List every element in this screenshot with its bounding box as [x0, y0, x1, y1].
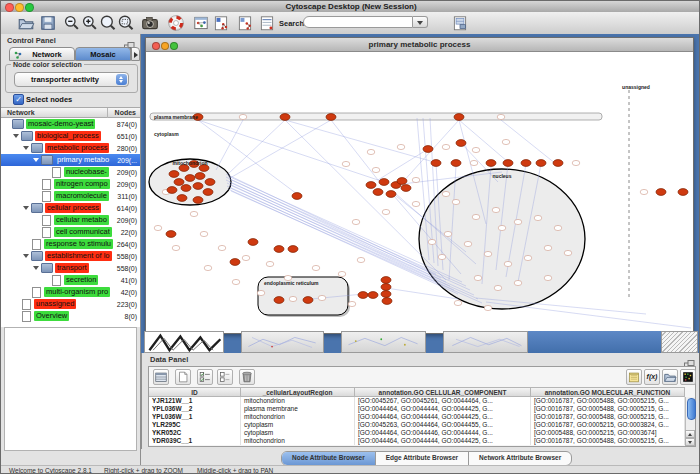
network-canvas[interactable]: plasma membranecytoplasmmitochondrionnuc… [146, 52, 693, 333]
expand-triangle-icon[interactable] [23, 254, 29, 258]
tab-mosaic[interactable]: Mosaic [75, 47, 131, 61]
scroll-down-icon[interactable] [685, 438, 695, 446]
column-header[interactable]: ID [149, 387, 241, 397]
open-folder-icon[interactable] [662, 369, 678, 385]
tab-network[interactable]: Network [9, 47, 75, 61]
import-table-icon[interactable] [258, 14, 276, 32]
snapshot-icon[interactable] [141, 14, 159, 32]
network-window-titlebar[interactable]: primary metabolic process [146, 38, 693, 52]
tree-row[interactable]: cell communicat22(0) [1, 226, 140, 238]
float-panel-icon[interactable] [124, 37, 135, 46]
endoplasmic-reticulum-label: endoplasmic reticulum [264, 280, 319, 286]
node-color-dropdown[interactable]: transporter activity [14, 72, 129, 87]
background-window-4[interactable] [443, 331, 528, 353]
tree-row[interactable]: nitrogen compo209(0) [1, 178, 140, 190]
zoom-selected-icon[interactable] [117, 14, 135, 32]
tree-item-label: transport [55, 263, 89, 273]
notepad-icon[interactable] [626, 369, 642, 385]
tree-row[interactable]: unassigned223(0) [1, 298, 140, 310]
matrix-icon[interactable] [680, 369, 696, 385]
table-cell: plasma membrane [241, 405, 355, 413]
attribute-list-icon[interactable] [217, 369, 233, 385]
tree-item-count: 209(0) [117, 181, 137, 188]
background-window-3[interactable] [341, 331, 426, 353]
import-network-icon[interactable] [212, 14, 230, 32]
tree-row[interactable]: multi-organism pro42(0) [1, 286, 140, 298]
network-window[interactable]: primary metabolic process plasma membran… [145, 37, 694, 334]
scrollbar-thumb[interactable] [687, 398, 696, 420]
open-icon[interactable] [17, 14, 35, 32]
gene-node-outline [514, 219, 522, 224]
tree-row[interactable]: secretion41(0) [1, 274, 140, 286]
tree-row[interactable]: establishment of lo558(0) [1, 250, 140, 262]
formula-icon[interactable]: f(x) [644, 369, 660, 385]
column-header[interactable]: _cellularLayoutRegion [241, 387, 355, 397]
delete-attribute-icon[interactable] [239, 369, 255, 385]
network-tab-icon [14, 51, 22, 59]
tree-row[interactable]: mosaic-demo-yeast874(0) [1, 118, 140, 130]
select-nodes-checkbox[interactable]: ✓ [13, 94, 24, 105]
table-row[interactable]: YDR039C__1mitochondrion[GO:0044464, GO:0… [149, 437, 685, 445]
table-cell: [GO:0016787, GO:0005215, GO:0003824, G..… [531, 421, 685, 429]
zoom-fit-icon[interactable] [99, 14, 117, 32]
resize-grip[interactable] [661, 331, 698, 353]
tree-row[interactable]: nucleobase-209(0) [1, 166, 140, 178]
tree-row[interactable]: Overview8(0) [1, 310, 140, 322]
table-row[interactable]: YLR295Ccytoplasm[GO:0045263, GO:0044464,… [149, 421, 685, 429]
expand-triangle-icon[interactable] [23, 206, 29, 210]
tree-row[interactable]: metabolic process280(0) [1, 142, 140, 154]
tab-edge-attribute-browser[interactable]: Edge Attribute Browser [376, 452, 469, 465]
table-row[interactable]: YKR052Ccytoplasm[GO:0044464, GO:0044446,… [149, 429, 685, 437]
tree-item-count: 209(... [117, 157, 137, 164]
tree-row[interactable]: cellular process614(0) [1, 202, 140, 214]
gene-node-selected [373, 189, 383, 196]
create-attribute-icon[interactable] [175, 369, 191, 385]
background-window-2[interactable] [241, 331, 324, 353]
zoom-in-icon[interactable] [81, 14, 99, 32]
table-row[interactable]: YPL036W__1mitochondrion[GO:0044464, GO:0… [149, 413, 685, 421]
search-dropdown-icon[interactable] [413, 16, 428, 28]
table-row[interactable]: YJR121W__1mitochondrion[GO:0045267, GO:0… [149, 397, 685, 405]
tree-row[interactable]: biological_process651(0) [1, 130, 140, 142]
table-cell: [GO:0044464, GO:0044444, GO:0044425, G..… [355, 413, 531, 421]
save-icon[interactable] [39, 14, 57, 32]
tree-row[interactable]: transport558(0) [1, 262, 140, 274]
folder-icon [12, 119, 24, 129]
tree-item-label: biological_process [35, 131, 101, 141]
import-attributes-icon[interactable] [236, 14, 254, 32]
tree-row[interactable]: response to stimulu264(0) [1, 238, 140, 250]
tree-row[interactable]: macromolecule311(0) [1, 190, 140, 202]
select-attributes-icon[interactable] [153, 369, 169, 385]
search-input[interactable] [303, 16, 413, 28]
expand-triangle-icon[interactable] [13, 134, 19, 138]
tab-node-attribute-browser[interactable]: Node Attribute Browser [282, 452, 376, 465]
gene-node-selected [521, 160, 531, 167]
gene-node-outline [357, 257, 365, 262]
background-window-1[interactable] [144, 331, 224, 353]
help-icon[interactable] [167, 14, 185, 32]
expand-triangle-icon[interactable] [33, 266, 39, 270]
plasma-membrane-label: plasma membrane [154, 114, 198, 120]
vizmapper-icon[interactable] [192, 14, 210, 32]
tab-overflow-button[interactable] [131, 47, 140, 61]
tree-item-count: 280(0) [117, 145, 137, 152]
column-header[interactable]: annotation.GO MOLECULAR_FUNCTION [531, 387, 685, 397]
float-data-panel-icon[interactable] [684, 355, 695, 364]
folder-icon [21, 131, 33, 141]
folder-icon [41, 263, 53, 273]
gene-node-selected [193, 183, 203, 190]
expand-triangle-icon[interactable] [33, 158, 39, 162]
table-cell: YPL036W__2 [149, 405, 241, 413]
scroll-up-icon[interactable] [685, 430, 695, 438]
gene-node-selected [274, 246, 284, 253]
table-row[interactable]: YPL036W__2plasma membrane[GO:0044464, GO… [149, 405, 685, 413]
tree-row[interactable]: cellular metabo209(0) [1, 214, 140, 226]
expand-triangle-icon[interactable] [23, 146, 29, 150]
attribute-checklist-icon[interactable] [197, 369, 213, 385]
tab-network-attribute-browser[interactable]: Network Attribute Browser [469, 452, 571, 465]
tab-mosaic-label: Mosaic [90, 50, 115, 59]
zoom-out-icon[interactable] [63, 14, 81, 32]
tree-row[interactable]: primary metabo209(... [1, 154, 140, 166]
search-options-icon[interactable] [451, 14, 469, 32]
column-header[interactable]: annotation.GO CELLULAR_COMPONENT [355, 387, 531, 397]
